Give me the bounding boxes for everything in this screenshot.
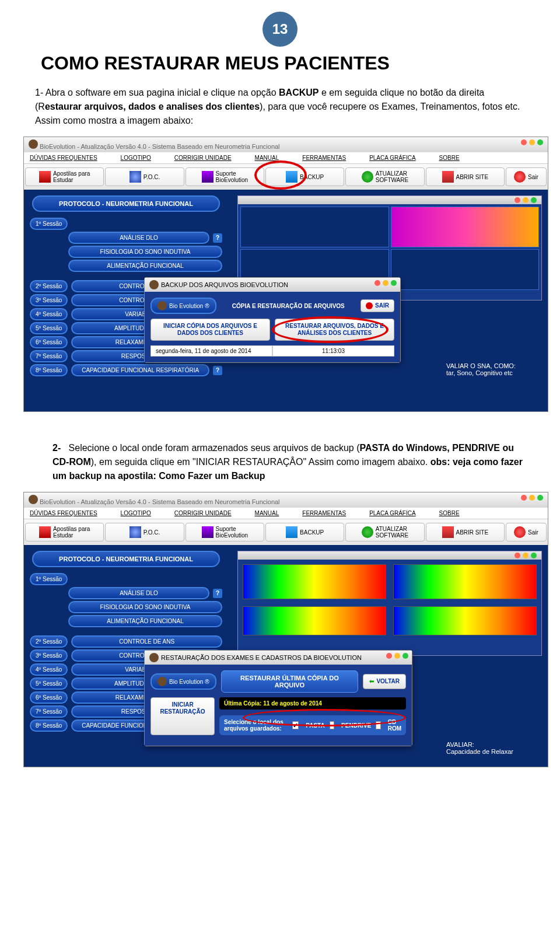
last-copy-label: Última Cópia: 11 de agosto de 2014 [219, 697, 406, 710]
voltar-button[interactable]: ⬅VOLTAR [363, 674, 406, 689]
sair-button[interactable]: Sair [506, 167, 547, 186]
checkbox-pendrive[interactable] [330, 721, 334, 729]
session-item[interactable]: ANÁLISE DLO [68, 587, 209, 599]
apostilas-button[interactable]: Apostilas para Estudar [25, 523, 104, 541]
popup-titlebar: RESTAURAÇÃO DOS EXAMES E CADASTROS DA BI… [145, 651, 412, 665]
status-bar: segunda-feira, 11 de agosto de 2014 11:1… [150, 345, 394, 357]
book-icon [39, 171, 51, 183]
menu-item[interactable]: CORRIGIR UNIDADE [174, 155, 232, 161]
download-icon [362, 526, 373, 538]
session-button[interactable]: 7º Sessão [30, 350, 68, 362]
session-button[interactable]: 4º Sessão [30, 663, 68, 676]
suporte-button[interactable]: Suporte BioEvolution [186, 167, 264, 186]
power-icon [366, 302, 373, 309]
preview-window [237, 551, 542, 656]
protocol-header: PROTOCOLO - NEUROMETRIA FUNCIONAL [32, 195, 220, 212]
protocol-header: PROTOCOLO - NEUROMETRIA FUNCIONAL [32, 551, 220, 567]
sair-button[interactable]: Sair [506, 523, 547, 541]
session-item[interactable]: ANÁLISE DLO [68, 232, 209, 244]
checkbox-pasta[interactable] [292, 721, 299, 729]
session-item[interactable]: FISIOLOGIA DO SONO INDUTIVA [68, 601, 222, 613]
home-icon [442, 171, 454, 183]
restore-last-button[interactable]: RESTAURAR ÚLTIMA CÓPIA DO ARQUIVO [221, 670, 359, 693]
session-button[interactable]: 5º Sessão [30, 322, 68, 334]
session-button[interactable]: 3º Sessão [30, 294, 68, 306]
session-button[interactable]: 2º Sessão [30, 635, 68, 648]
atualizar-button[interactable]: ATUALIZAR SOFTWARE [345, 523, 424, 541]
main-title: COMO RESTAURAR MEUS PACIENTES [41, 53, 537, 74]
restore-button[interactable]: RESTAURAR ARQUIVOS, DADOS E ANÁLISES DOS… [275, 319, 394, 341]
poc-button[interactable]: P.O.C. [105, 523, 184, 541]
menu-item[interactable]: SOBRE [439, 510, 460, 516]
menu-item[interactable]: DÚVIDAS FREQUENTES [30, 155, 97, 161]
exit-icon [514, 171, 526, 183]
menu-item[interactable]: LOGOTIPO [121, 510, 151, 516]
session-button[interactable]: 4º Sessão [30, 308, 68, 320]
backup-icon [286, 171, 298, 183]
session-item[interactable]: ALIMENTAÇÃO FUNCIONAL [68, 260, 222, 272]
copy-button[interactable]: INICIAR CÓPIA DOS ARQUIVOS E DADOS DOS C… [150, 319, 270, 341]
session-button[interactable]: 1º Sessão [30, 573, 68, 585]
apostilas-button[interactable]: Apostilas para Estudar [25, 167, 104, 186]
location-selector: Selecione o local dos arquivos guardados… [219, 715, 406, 735]
app-icon [149, 280, 159, 289]
screenshot-1: BioEvolution - Atualização Versão 4.0 - … [23, 137, 548, 412]
menu-item[interactable]: MANUAL [255, 510, 279, 516]
session-button[interactable]: 5º Sessão [30, 677, 68, 690]
popup-titlebar: BACKUP DOS ARQUIVOS BIOEVOLUTION [145, 278, 400, 292]
session-button[interactable]: 8º Sessão [30, 719, 68, 732]
session-button[interactable]: 7º Sessão [30, 705, 68, 718]
session-item[interactable]: ALIMENTAÇÃO FUNCIONAL [68, 615, 222, 627]
window-titlebar: BioEvolution - Atualização Versão 4.0 - … [24, 137, 548, 152]
session-item[interactable]: CONTROLE DE ANS [71, 635, 222, 648]
sair-button[interactable]: SAIR [360, 299, 394, 312]
page-number: 13 [262, 12, 298, 47]
help-icon[interactable]: ? [213, 366, 222, 375]
screenshot-2: BioEvolution - Atualização Versão 4.0 - … [23, 492, 548, 767]
checkbox-cdrom[interactable] [376, 721, 380, 729]
app-icon [29, 139, 38, 149]
brain-icon [130, 171, 141, 183]
exit-icon [514, 526, 526, 538]
menubar: DÚVIDAS FREQUENTES LOGOTIPO CORRIGIR UNI… [24, 152, 548, 164]
menu-item[interactable]: CORRIGIR UNIDADE [174, 510, 232, 516]
brain-icon [130, 526, 141, 538]
menu-item[interactable]: FERRAMENTAS [302, 510, 346, 516]
menu-item[interactable]: LOGOTIPO [121, 155, 151, 161]
step-2: 2- Selecione o local onde foram armazena… [52, 441, 525, 483]
session-button[interactable]: 6º Sessão [30, 691, 68, 704]
avaliar-text: VALIAR O SNA, COMO: tar, Sono, Cognitivo… [446, 362, 545, 376]
backup-button[interactable]: BACKUP [265, 523, 344, 541]
app-icon [149, 653, 159, 662]
session-button[interactable]: 2º Sessão [30, 280, 68, 292]
menu-item[interactable]: FERRAMENTAS [302, 155, 346, 161]
session-item[interactable]: CAPACIDADE FUNCIONAL RESPIRATÓRIA [71, 364, 209, 376]
session-button[interactable]: 3º Sessão [30, 649, 68, 662]
iniciar-restauracao-button[interactable]: INICIAR RESTAURAÇÃO [150, 697, 215, 735]
menu-item[interactable]: MANUAL [255, 155, 279, 161]
menu-item[interactable]: DÚVIDAS FREQUENTES [30, 510, 97, 516]
session-button[interactable]: 8º Sessão [30, 364, 68, 376]
toolbar: Apostilas para Estudar P.O.C. Suporte Bi… [24, 164, 548, 190]
abrir-site-button[interactable]: ABRIR SITE [426, 167, 505, 186]
help-icon[interactable]: ? [213, 233, 222, 243]
session-item[interactable]: FISIOLOGIA DO SONO INDUTIVA [68, 246, 222, 258]
app-icon [29, 495, 38, 504]
menu-item[interactable]: PLACA GRÁFICA [369, 510, 415, 516]
poc-button[interactable]: P.O.C. [105, 167, 184, 186]
window-titlebar: BioEvolution - Atualização Versão 4.0 - … [24, 492, 548, 508]
session-button[interactable]: 1º Sessão [30, 218, 68, 230]
menubar: DÚVIDAS FREQUENTES LOGOTIPO CORRIGIR UNI… [24, 508, 548, 519]
help-icon[interactable]: ? [213, 589, 222, 598]
suporte-button[interactable]: Suporte BioEvolution [186, 523, 264, 541]
backup-button[interactable]: BACKUP [265, 167, 344, 186]
abrir-site-button[interactable]: ABRIR SITE [426, 523, 505, 541]
atualizar-button[interactable]: ATUALIZAR SOFTWARE [345, 167, 424, 186]
session-button[interactable]: 6º Sessão [30, 336, 68, 348]
popup-header: CÓPIA E RESTAURAÇÃO DE ARQUIVOS [221, 303, 356, 309]
menu-item[interactable]: PLACA GRÁFICA [369, 155, 415, 161]
backup-popup: BACKUP DOS ARQUIVOS BIOEVOLUTION Bio Evo… [144, 277, 401, 363]
restore-popup: RESTAURAÇÃO DOS EXAMES E CADASTROS DA BI… [144, 650, 412, 746]
menu-item[interactable]: SOBRE [439, 155, 460, 161]
support-icon [202, 526, 214, 538]
